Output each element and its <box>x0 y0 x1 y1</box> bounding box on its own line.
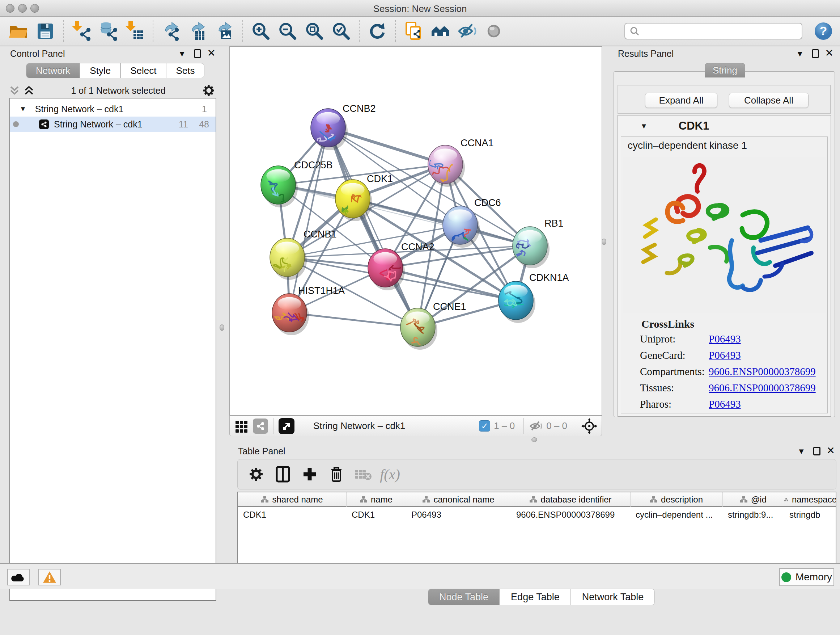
help-button[interactable]: ? <box>814 20 833 42</box>
tab-edge-table[interactable]: Edge Table <box>500 589 571 605</box>
collection-expand-icon[interactable]: ▼ <box>19 105 27 113</box>
column-header-name[interactable]: name <box>347 492 406 507</box>
column-header-canonical-name[interactable]: canonical name <box>406 492 511 507</box>
network-node-CCNA1[interactable]: CCNA1 <box>428 138 494 187</box>
crosslink-label: GeneCard: <box>640 349 685 361</box>
results-panel-float-icon[interactable] <box>812 49 819 58</box>
tab-sets[interactable]: Sets <box>166 63 204 78</box>
table-cell[interactable]: CDK1 <box>347 508 406 522</box>
network-node-HIST1H1A[interactable]: HIST1H1A <box>272 285 345 335</box>
table-cell[interactable]: P06493 <box>406 508 511 522</box>
save-session-icon[interactable] <box>34 20 57 42</box>
export-image-icon[interactable] <box>213 20 236 42</box>
zoom-selected-icon[interactable] <box>330 20 352 42</box>
column-header-namespace[interactable]: namespace <box>784 492 836 507</box>
search-box[interactable] <box>624 23 802 40</box>
table-cell[interactable]: stringdb <box>784 508 836 522</box>
toolbar-separator <box>359 20 360 42</box>
crosslinks-list: Uniprot:P06493GeneCard:P06493Compartment… <box>621 333 828 415</box>
network-node-CCNB2[interactable]: CCNB2 <box>311 103 376 150</box>
delete-icon[interactable] <box>326 464 347 485</box>
tab-style[interactable]: Style <box>80 63 120 78</box>
network-edge-CCNB2-CCNE1[interactable] <box>328 128 418 327</box>
network-node-count: 11 <box>179 119 188 130</box>
open-session-icon[interactable] <box>7 20 30 42</box>
column-header--id[interactable]: @id <box>723 492 784 507</box>
selected-checkbox-icon[interactable]: ✓ <box>479 420 490 432</box>
open-in-new-window-icon[interactable] <box>279 418 294 434</box>
network-node-CDK1[interactable]: CDK1 <box>331 173 393 221</box>
crosslink-link[interactable]: P06493 <box>709 333 741 345</box>
column-header-description[interactable]: description <box>630 492 723 507</box>
column-header-database-identifier[interactable]: database identifier <box>511 492 630 507</box>
left-splitter-handle[interactable] <box>219 325 224 331</box>
table-panel-float-icon[interactable] <box>813 447 821 455</box>
tab-network-table[interactable]: Network Table <box>571 589 655 605</box>
clone-network-icon[interactable] <box>402 20 425 42</box>
right-splitter-handle[interactable] <box>602 239 606 245</box>
export-table-icon[interactable] <box>187 20 209 42</box>
import-network-file-icon[interactable] <box>70 20 93 42</box>
node-label-CDKN1A: CDKN1A <box>529 272 569 283</box>
crosslink-link[interactable]: P06493 <box>709 398 741 410</box>
crosslink-link[interactable]: P06493 <box>709 349 741 361</box>
node-label-CCNA2: CCNA2 <box>401 241 434 252</box>
entry-description: cyclin–dependent kinase 1 <box>628 140 747 151</box>
import-table-icon[interactable] <box>124 20 146 42</box>
entry-collapse-icon[interactable]: ▼ <box>640 122 647 130</box>
control-panel-menu-icon[interactable]: ▼ <box>178 49 186 59</box>
search-input[interactable] <box>643 26 795 36</box>
share-view-icon[interactable] <box>253 418 268 434</box>
cloud-status-button[interactable] <box>7 569 30 585</box>
network-options-gear-icon[interactable] <box>202 84 216 97</box>
results-panel-menu-icon[interactable]: ▼ <box>796 49 804 59</box>
table-cell[interactable]: 9606.ENSP00000378699 <box>511 508 630 522</box>
column-header-shared-name[interactable]: shared name <box>238 492 347 507</box>
bottom-splitter-handle[interactable] <box>531 437 537 442</box>
network-node-CCNB1[interactable]: CCNB1 <box>270 229 337 280</box>
crosslink-link[interactable]: 9606.ENSP00000378699 <box>709 366 816 378</box>
memory-button[interactable]: Memory <box>779 568 834 586</box>
collapse-all-tree-icon[interactable] <box>9 85 20 96</box>
grid-view-icon[interactable] <box>234 418 249 434</box>
split-columns-icon[interactable] <box>272 464 294 485</box>
birds-eye-navigator-icon[interactable] <box>581 418 597 434</box>
zoom-out-icon[interactable] <box>276 20 299 42</box>
control-panel-float-icon[interactable] <box>194 49 201 58</box>
network-node-CDKN1A[interactable]: CDKN1A <box>499 272 569 323</box>
refresh-icon[interactable] <box>366 20 388 42</box>
network-node-CDC25B[interactable]: CDC25B <box>261 160 333 207</box>
network-canvas[interactable]: CCNB2CCNA1CDC25BCDK1CDC6RB1CCNB1CCNA2CDK… <box>229 46 602 416</box>
table-cell[interactable]: CDK1 <box>238 508 347 522</box>
tab-string[interactable]: String <box>705 63 745 78</box>
inactive-eye-icon[interactable] <box>483 20 505 42</box>
add-column-icon[interactable] <box>299 464 320 485</box>
tab-network[interactable]: Network <box>26 63 80 78</box>
export-network-icon[interactable] <box>160 20 182 42</box>
network-node-CDC6[interactable]: CDC6 <box>443 197 501 249</box>
table-cell[interactable]: stringdb:9... <box>723 508 784 522</box>
tab-select[interactable]: Select <box>120 63 166 78</box>
table-panel-close-icon[interactable]: ✕ <box>827 445 835 456</box>
expand-all-tree-icon[interactable] <box>23 85 35 96</box>
crosslink-link[interactable]: 9606.ENSP00000378699 <box>709 382 816 394</box>
tab-node-table[interactable]: Node Table <box>428 589 500 605</box>
home-panels-icon[interactable] <box>429 20 452 42</box>
gear-icon[interactable] <box>246 464 267 485</box>
table-panel-menu-icon[interactable]: ▼ <box>797 447 805 456</box>
import-network-database-icon[interactable] <box>97 20 119 42</box>
results-panel-close-icon[interactable]: ✕ <box>825 47 834 59</box>
network-node-RB1[interactable]: RB1 <box>513 218 564 268</box>
table-cell[interactable]: cyclin–dependent ... <box>630 508 723 522</box>
network-node-CCNE1[interactable]: CCNE1 <box>401 301 466 350</box>
zoom-fit-icon[interactable] <box>303 20 325 42</box>
hide-labels-icon[interactable] <box>456 20 478 42</box>
network-row-selected[interactable]: String Network – cdk1 11 48 <box>10 117 216 132</box>
expand-all-button[interactable]: Expand All <box>645 93 717 108</box>
zoom-in-icon[interactable] <box>249 20 272 42</box>
network-collection-row[interactable]: ▼ String Network – cdk1 1 <box>10 101 216 117</box>
network-edge-CDK1-RB1[interactable] <box>353 199 530 246</box>
warnings-button[interactable] <box>38 569 61 585</box>
control-panel-close-icon[interactable]: ✕ <box>207 47 216 59</box>
collapse-all-button[interactable]: Collapse All <box>729 93 808 108</box>
